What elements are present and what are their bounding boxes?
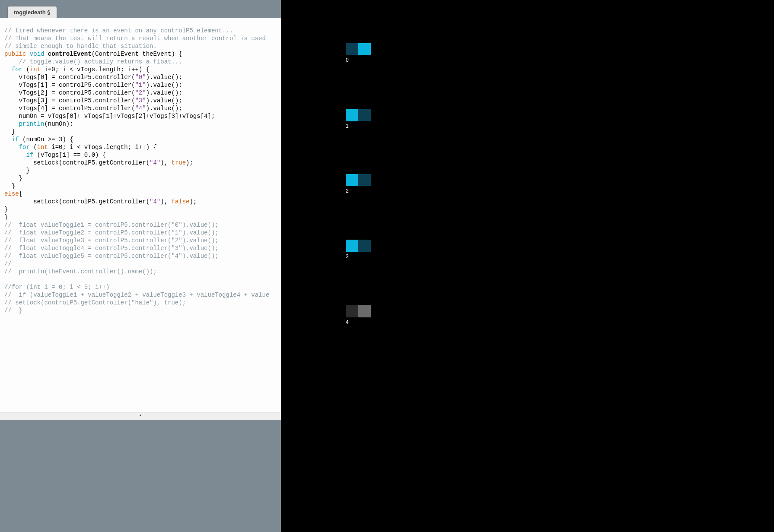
code-comment: // simple enough to handle that situatio…	[4, 43, 157, 50]
code-string: "0"	[135, 74, 146, 81]
code-comment: // float valueToggle4 = controlP5.contro…	[4, 245, 219, 252]
toggle-right	[358, 43, 371, 55]
code-comment: // float valueToggle1 = controlP5.contro…	[4, 222, 219, 228]
toggle-0[interactable]: 0	[346, 43, 371, 63]
toggle-label: 4	[346, 319, 371, 325]
toggle-label: 0	[346, 57, 371, 63]
code-keyword: else	[4, 190, 19, 197]
code-keyword: public	[4, 51, 26, 57]
toggle-left	[346, 240, 358, 252]
code-string: "2"	[135, 89, 146, 96]
toggle-box	[346, 305, 371, 317]
editor-pane: toggledeath § // fired whenever there is…	[0, 0, 281, 532]
code-comment: // float valueToggle3 = controlP5.contro…	[4, 237, 219, 244]
code-comment: // float valueToggle5 = controlP5.contro…	[4, 253, 219, 260]
toggle-box[interactable]	[346, 43, 371, 55]
code-string: "4"	[135, 105, 146, 112]
toggle-label: 1	[346, 123, 371, 129]
code-keyword: for	[4, 66, 22, 73]
code-keyword: println	[4, 120, 44, 127]
toggle-box[interactable]	[346, 240, 371, 252]
code-comment: // setLock(controlP5.getController("hale…	[4, 299, 186, 306]
toggle-right	[358, 305, 371, 317]
code-text: (ControlEvent theEvent) {	[92, 51, 182, 57]
toggle-left	[346, 109, 358, 121]
toggle-label: 3	[346, 253, 371, 260]
toggle-2[interactable]: 2	[346, 174, 371, 194]
code-comment: // toggle.value() actually returns a flo…	[4, 58, 182, 65]
code-comment: // }	[4, 307, 22, 314]
code-keyword: void	[30, 51, 45, 57]
sketch-output: 0 1 2 3 4	[281, 0, 774, 532]
toggle-right	[358, 174, 371, 186]
code-string: "3"	[135, 97, 146, 104]
code-keyword: true	[172, 159, 186, 166]
toggle-label: 2	[346, 188, 371, 194]
code-keyword: if	[4, 152, 33, 158]
toggle-left	[346, 174, 358, 186]
toggle-box[interactable]	[346, 174, 371, 186]
code-string: "1"	[135, 82, 146, 89]
toggle-3[interactable]: 3	[346, 240, 371, 260]
toggle-4-locked: 4	[346, 305, 371, 325]
code-comment: // float valueToggle2 = controlP5.contro…	[4, 229, 219, 236]
code-comment: //for (int i = 0; i < 5; i++)	[4, 284, 110, 291]
code-type: int	[30, 66, 41, 73]
status-strip[interactable]: ▴	[0, 412, 281, 420]
code-comment: // if (valueToggle1 + valueToggle2 + val…	[4, 291, 269, 298]
tab-bar: toggledeath §	[0, 0, 281, 18]
console-area	[0, 420, 281, 532]
code-comment: // println(theEvent.controller().name())…	[4, 268, 157, 275]
code-type: int	[37, 144, 48, 151]
code-comment: //	[4, 260, 12, 267]
toggle-right	[358, 109, 371, 121]
toggle-right	[358, 240, 371, 252]
toggle-left	[346, 305, 358, 317]
toggle-1[interactable]: 1	[346, 109, 371, 129]
code-editor[interactable]: // fired whenever there is an event on a…	[0, 18, 281, 412]
code-string: "4"	[150, 198, 160, 205]
toggle-box[interactable]	[346, 109, 371, 121]
sketch-tab[interactable]: toggledeath §	[8, 6, 57, 18]
code-string: "4"	[150, 159, 160, 166]
code-keyword: for	[4, 144, 30, 151]
code-comment: // fired whenever there is an event on a…	[4, 27, 233, 34]
code-keyword: if	[4, 136, 19, 143]
toggle-left	[346, 43, 358, 55]
code-keyword: false	[172, 198, 190, 205]
code-function: controlEvent	[48, 51, 92, 57]
code-comment: // That means the test will return a res…	[4, 35, 266, 42]
